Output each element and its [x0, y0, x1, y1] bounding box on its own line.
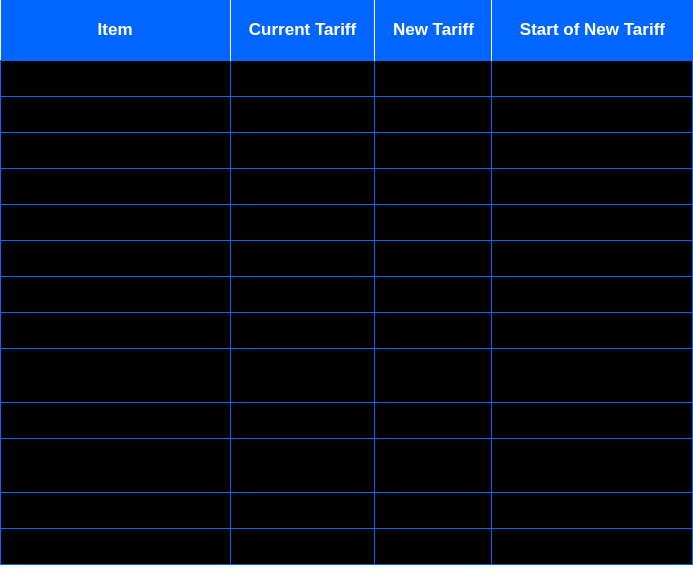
table-row	[1, 349, 693, 403]
table-row	[1, 439, 693, 493]
table-row	[1, 241, 693, 277]
header-item: Item	[1, 0, 231, 61]
table-cell	[230, 349, 375, 403]
table-cell	[1, 97, 231, 133]
table-row	[1, 403, 693, 439]
tariff-table-container: Item Current Tariff New Tariff Start of …	[0, 0, 693, 565]
table-cell	[1, 493, 231, 529]
table-cell	[230, 403, 375, 439]
table-cell	[375, 97, 492, 133]
table-row	[1, 277, 693, 313]
table-cell	[375, 169, 492, 205]
table-row	[1, 493, 693, 529]
header-start-new-tariff: Start of New Tariff	[492, 0, 693, 61]
table-cell	[375, 133, 492, 169]
table-cell	[230, 313, 375, 349]
table-header: Item Current Tariff New Tariff Start of …	[1, 0, 693, 61]
table-cell	[492, 169, 693, 205]
table-cell	[230, 439, 375, 493]
table-cell	[230, 277, 375, 313]
table-cell	[492, 313, 693, 349]
table-cell	[492, 133, 693, 169]
table-cell	[1, 61, 231, 97]
table-cell	[492, 277, 693, 313]
table-cell	[492, 349, 693, 403]
table-row	[1, 61, 693, 97]
table-cell	[1, 169, 231, 205]
table-cell	[375, 61, 492, 97]
table-cell	[375, 205, 492, 241]
table-cell	[230, 97, 375, 133]
tariff-table: Item Current Tariff New Tariff Start of …	[0, 0, 693, 565]
table-cell	[375, 277, 492, 313]
table-cell	[375, 529, 492, 565]
table-row	[1, 133, 693, 169]
header-current-tariff: Current Tariff	[230, 0, 375, 61]
table-cell	[230, 529, 375, 565]
table-cell	[492, 61, 693, 97]
table-cell	[375, 241, 492, 277]
table-row	[1, 97, 693, 133]
table-cell	[1, 205, 231, 241]
table-cell	[492, 403, 693, 439]
table-cell	[492, 439, 693, 493]
table-cell	[375, 313, 492, 349]
header-new-tariff: New Tariff	[375, 0, 492, 61]
table-row	[1, 313, 693, 349]
table-cell	[492, 97, 693, 133]
table-cell	[230, 133, 375, 169]
table-cell	[230, 169, 375, 205]
table-cell	[1, 529, 231, 565]
table-cell	[492, 205, 693, 241]
table-cell	[492, 493, 693, 529]
table-cell	[230, 205, 375, 241]
table-body	[1, 61, 693, 565]
table-row	[1, 169, 693, 205]
table-row	[1, 529, 693, 565]
table-cell	[1, 349, 231, 403]
table-cell	[230, 241, 375, 277]
table-cell	[375, 439, 492, 493]
table-cell	[1, 313, 231, 349]
table-cell	[375, 493, 492, 529]
table-cell	[375, 349, 492, 403]
header-row: Item Current Tariff New Tariff Start of …	[1, 0, 693, 61]
table-cell	[1, 133, 231, 169]
table-cell	[230, 61, 375, 97]
table-cell	[1, 241, 231, 277]
table-cell	[1, 439, 231, 493]
table-cell	[1, 403, 231, 439]
table-cell	[492, 241, 693, 277]
table-cell	[492, 529, 693, 565]
table-row	[1, 205, 693, 241]
table-cell	[230, 493, 375, 529]
table-cell	[1, 277, 231, 313]
table-cell	[375, 403, 492, 439]
